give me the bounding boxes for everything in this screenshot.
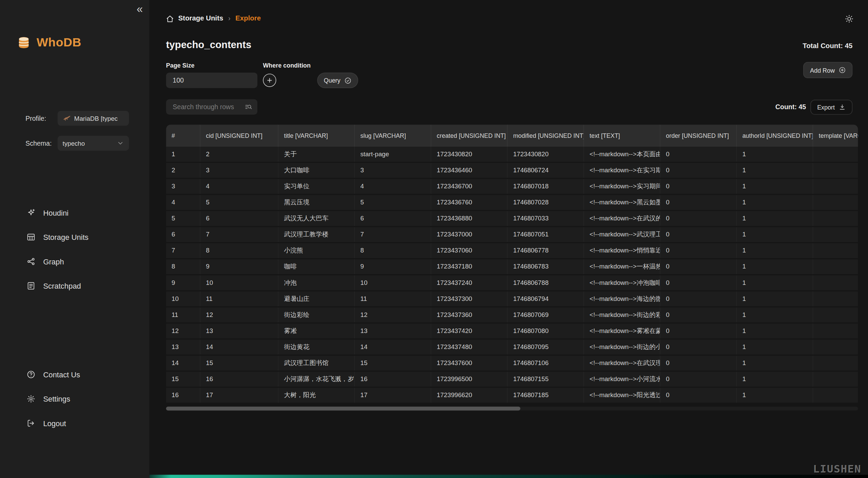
table-cell[interactable]: 1723430820	[508, 147, 584, 162]
table-cell[interactable]: 12	[166, 323, 200, 338]
table-cell[interactable]	[813, 195, 858, 210]
table-cell[interactable]: 1723436700	[431, 179, 508, 194]
table-cell[interactable]: 15	[200, 356, 279, 371]
table-row[interactable]: 1112街边彩绘1217234373601746807069<!--markdo…	[166, 307, 858, 322]
table-cell[interactable]: 实习单位	[279, 179, 355, 194]
table-cell[interactable]: 1	[737, 339, 813, 354]
table-cell[interactable]: 10	[166, 291, 200, 306]
table-cell[interactable]: 0	[660, 195, 737, 210]
table-cell[interactable]: 1746806724	[508, 163, 584, 178]
table-cell[interactable]	[813, 227, 858, 242]
column-header[interactable]: authorId [UNSIGNED INT]	[737, 125, 813, 147]
table-cell[interactable]: 0	[660, 243, 737, 258]
table-cell[interactable]: <!--markdown-->在实习期	[584, 163, 660, 178]
table-cell[interactable]: 13	[200, 323, 279, 338]
table-cell[interactable]: 街边彩绘	[279, 307, 355, 322]
table-cell[interactable]: 8	[200, 243, 279, 258]
table-cell[interactable]: 6	[166, 227, 200, 242]
table-row[interactable]: 1617大树，阳光1717239966201746807185<!--markd…	[166, 388, 858, 403]
table-cell[interactable]	[813, 179, 858, 194]
table-cell[interactable]: 1746807028	[508, 195, 584, 210]
table-cell[interactable]: 1723437420	[431, 323, 508, 338]
table-cell[interactable]	[813, 356, 858, 371]
table-cell[interactable]	[813, 259, 858, 274]
table-cell[interactable]: 3	[355, 163, 431, 178]
schema-selector[interactable]: typecho	[58, 136, 129, 151]
table-cell[interactable]: 16	[166, 388, 200, 403]
table-cell[interactable]: 1	[737, 291, 813, 306]
table-cell[interactable]	[813, 275, 858, 290]
table-cell[interactable]: 0	[660, 163, 737, 178]
column-header[interactable]: template [VARC	[813, 125, 858, 147]
table-cell[interactable]: 0	[660, 372, 737, 387]
table-cell[interactable]: 1	[737, 243, 813, 258]
table-cell[interactable]: 1723437240	[431, 275, 508, 290]
table-row[interactable]: 23大口咖啡317234364601746806724<!--markdown-…	[166, 163, 858, 178]
table-cell[interactable]: 17	[200, 388, 279, 403]
table-cell[interactable]: 1	[737, 147, 813, 162]
table-cell[interactable]: 2	[200, 147, 279, 162]
table-cell[interactable]	[813, 211, 858, 226]
add-where-condition-button[interactable]	[263, 74, 276, 87]
table-cell[interactable]: 1	[737, 356, 813, 371]
table-cell[interactable]: 0	[660, 275, 737, 290]
table-cell[interactable]: 1746807106	[508, 356, 584, 371]
table-cell[interactable]: 关于	[279, 147, 355, 162]
table-cell[interactable]: 11	[200, 291, 279, 306]
table-cell[interactable]: 1723437180	[431, 259, 508, 274]
table-cell[interactable]: 1746807095	[508, 339, 584, 354]
table-cell[interactable]: 1723436760	[431, 195, 508, 210]
table-cell[interactable]: 1	[737, 388, 813, 403]
export-button[interactable]: Export	[810, 100, 852, 115]
table-cell[interactable]: 0	[660, 211, 737, 226]
table-cell[interactable]: <!--markdown-->冲泡咖啡	[584, 275, 660, 290]
table-cell[interactable]: 0	[660, 323, 737, 338]
table-cell[interactable]: 1746807155	[508, 372, 584, 387]
table-cell[interactable]: <!--markdown-->一杯温热	[584, 259, 660, 274]
sidebar-item-storage-units[interactable]: Storage Units	[17, 229, 138, 246]
table-cell[interactable]: <!--markdown-->悄悄靠近	[584, 243, 660, 258]
table-cell[interactable]: start-page	[355, 147, 431, 162]
table-cell[interactable]: 1723437000	[431, 227, 508, 242]
table-cell[interactable]: 8	[355, 243, 431, 258]
table-row[interactable]: 1415武汉理工图书馆1517234376001746807106<!--mar…	[166, 356, 858, 371]
table-cell[interactable]: 1	[737, 323, 813, 338]
table-row[interactable]: 910冲泡1017234372401746806788<!--markdown-…	[166, 275, 858, 290]
scrollbar-thumb[interactable]	[166, 407, 520, 410]
table-cell[interactable]: 1746806778	[508, 243, 584, 258]
table-cell[interactable]: 武汉理工教学楼	[279, 227, 355, 242]
table-cell[interactable]: 11	[355, 291, 431, 306]
table-cell[interactable]: 7	[355, 227, 431, 242]
table-cell[interactable]: 6	[200, 211, 279, 226]
table-cell[interactable]: 大口咖啡	[279, 163, 355, 178]
table-cell[interactable]: <!--markdown-->阳光透过	[584, 388, 660, 403]
sidebar-item-houdini[interactable]: Houdini	[17, 204, 138, 221]
table-cell[interactable]: 13	[355, 323, 431, 338]
table-cell[interactable]: 1746806783	[508, 259, 584, 274]
table-cell[interactable]: 1	[737, 307, 813, 322]
table-cell[interactable]	[813, 372, 858, 387]
table-cell[interactable]: <!--markdown-->本页面由	[584, 147, 660, 162]
table-cell[interactable]: 冲泡	[279, 275, 355, 290]
table-cell[interactable]: 0	[660, 339, 737, 354]
table-cell[interactable]: 5	[355, 195, 431, 210]
table-cell[interactable]: 14	[166, 356, 200, 371]
table-row[interactable]: 56武汉无人大巴车617234368801746807033<!--markdo…	[166, 211, 858, 226]
table-cell[interactable]: 1746807033	[508, 211, 584, 226]
table-cell[interactable]: 0	[660, 259, 737, 274]
table-cell[interactable]	[813, 147, 858, 162]
table-cell[interactable]: <!--markdown-->海边的微	[584, 291, 660, 306]
table-row[interactable]: 1011避暑山庄1117234373001746806794<!--markdo…	[166, 291, 858, 306]
table-row[interactable]: 78小浣熊817234370601746806778<!--markdown--…	[166, 243, 858, 258]
search-input[interactable]	[166, 99, 257, 115]
table-cell[interactable]: 10	[355, 275, 431, 290]
table-cell[interactable]: 1	[737, 211, 813, 226]
table-cell[interactable]	[813, 339, 858, 354]
sidebar-item-settings[interactable]: Settings	[17, 391, 138, 407]
table-cell[interactable]: <!--markdown-->街边的小	[584, 339, 660, 354]
table-cell[interactable]: 1	[737, 163, 813, 178]
sidebar-item-logout[interactable]: Logout	[17, 415, 138, 432]
add-row-button[interactable]: Add Row	[804, 62, 853, 78]
table-row[interactable]: 45黑云压境517234367601746807028<!--markdown-…	[166, 195, 858, 210]
table-cell[interactable]: 街边黄花	[279, 339, 355, 354]
